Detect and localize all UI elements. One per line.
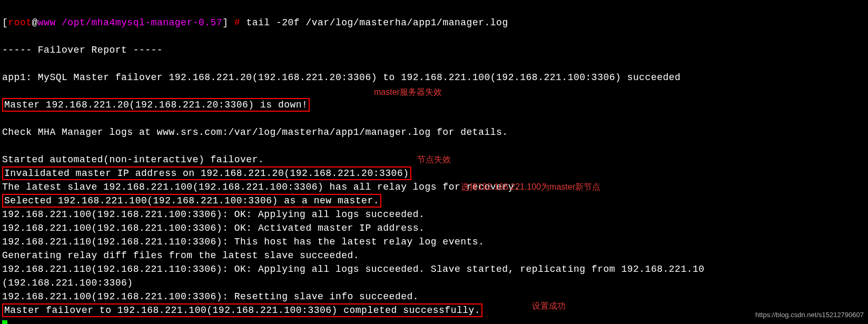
selected-box: Selected 192.168.221.100(192.168.221.100… bbox=[2, 194, 381, 208]
started-line: Started automated(non-interactive) failo… bbox=[2, 154, 264, 165]
ok-apply-line: 192.168.221.100(192.168.221.100:3306): O… bbox=[2, 209, 425, 220]
addr-tail-line: (192.168.221.100:3306) bbox=[2, 278, 133, 288]
prompt-host: www bbox=[38, 17, 56, 28]
prompt-at: @ bbox=[32, 17, 38, 28]
command-text: tail -20f /var/log/masterha/app1/manager… bbox=[246, 17, 508, 28]
prompt-line: [root@www /opt/mha4mysql-manager-0.57] #… bbox=[2, 17, 508, 28]
bracket-open: [ bbox=[2, 17, 8, 28]
annotation-node-fail: 节点失效 bbox=[417, 153, 451, 166]
latest-slave-line: The latest slave 192.168.221.100(192.168… bbox=[2, 182, 520, 192]
check-logs-line: Check MHA Manager logs at www.srs.com:/v… bbox=[2, 127, 508, 138]
terminal-cursor bbox=[2, 320, 7, 324]
master-down-box: Master 192.168.221.20(192.168.221.20:330… bbox=[2, 98, 310, 112]
slave-started-line: 192.168.221.110(192.168.221.110:3306): O… bbox=[2, 264, 705, 274]
generating-line: Generating relay diff files from the lat… bbox=[2, 250, 359, 261]
host110-line: 192.168.221.110(192.168.221.110:3306): T… bbox=[2, 237, 484, 247]
annotation-set-success: 设置成功 bbox=[532, 299, 566, 313]
prompt-hash: # bbox=[229, 17, 246, 28]
report-header: ----- Failover Report ----- bbox=[2, 45, 163, 55]
prompt-path: /opt/mha4mysql-manager-0.57 bbox=[56, 17, 222, 28]
watermark-text: https://blog.csdn.net/s15212790607 bbox=[755, 308, 864, 322]
app1-line: app1: MySQL Master failover 192.168.221.… bbox=[2, 72, 680, 83]
invalidated-box: Invalidated master IP address on 192.168… bbox=[2, 166, 411, 180]
resetting-line: 192.168.221.100(192.168.221.100:3306): R… bbox=[2, 291, 419, 302]
annotation-select-new: 选择192.168.221.100为master新节点 bbox=[461, 180, 600, 194]
completed-box: Master failover to 192.168.221.100(192.1… bbox=[2, 303, 482, 317]
prompt-user: root bbox=[8, 17, 32, 28]
ok-activated-line: 192.168.221.100(192.168.221.100:3306): O… bbox=[2, 223, 425, 233]
bracket-close: ] bbox=[222, 17, 228, 28]
annotation-master-fail: master服务器失效 bbox=[374, 85, 442, 99]
